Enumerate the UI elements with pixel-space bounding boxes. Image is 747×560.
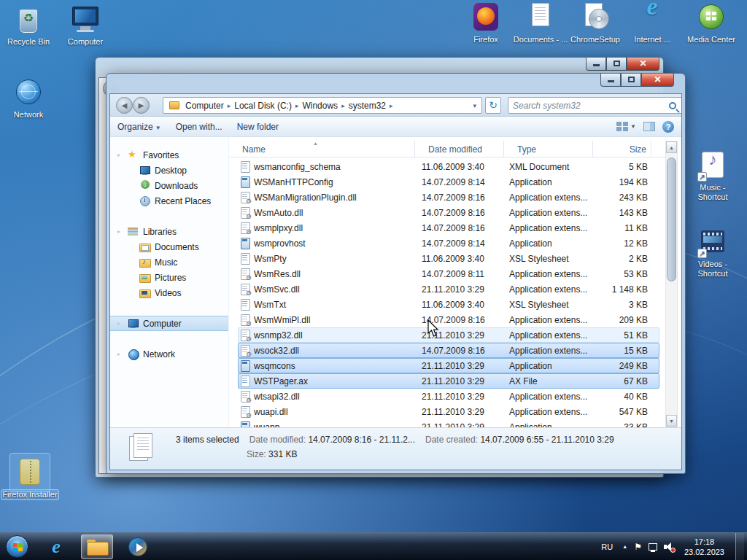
file-row-WsmWmiPl.dll[interactable]: ⚙ WsmWmiPl.dll 14.07.2009 8:16 Applicati… [238,312,659,327]
vertical-scrollbar[interactable]: ▲ ▼ [665,141,678,427]
close-button[interactable]: ✕ [641,74,674,87]
file-name: wsqmcons [254,361,295,371]
breadcrumb-item-windows[interactable]: Windows [299,101,341,111]
file-row-WsmSvc.dll[interactable]: ⚙ WsmSvc.dll 21.11.2010 3:29 Application… [238,281,659,297]
file-size: 40 KB [594,392,652,402]
maximize-button[interactable] [621,74,641,87]
preview-pane-button[interactable] [643,122,655,131]
file-type: Application [505,361,594,371]
desktop-icon-music-shortcut[interactable]: ♪↗ Music - Shortcut [684,149,741,202]
back-icon[interactable]: ◄ [116,97,133,114]
file-row-wsmprovhost[interactable]: wsmprovhost 14.07.2009 8:14 Application … [238,236,659,251]
file-row-WsmAuto.dll[interactable]: ⚙ WsmAuto.dll 14.07.2009 8:16 Applicatio… [238,205,659,220]
organize-button[interactable]: Organize▼ [110,119,169,135]
search-box[interactable]: Search system32 [508,97,682,114]
column-header-date-modified[interactable]: Date modified [415,141,504,157]
sidebar-item-desktop[interactable]: Desktop [110,163,228,178]
file-type-icon: ⚙ [240,330,250,341]
breadcrumb-item-computer[interactable]: Computer [182,101,227,111]
language-indicator[interactable]: RU [598,541,616,553]
desktop-icon-videos-shortcut[interactable]: ↗ Videos - Shortcut [684,226,741,279]
file-row-wsmplpxy.dll[interactable]: ⚙ wsmplpxy.dll 14.07.2009 8:16 Applicati… [238,220,659,236]
desktop-icon-media-center[interactable]: Media Center [683,1,740,44]
breadcrumb-item-system32[interactable]: system32 [346,101,389,111]
taskbar-explorer-button[interactable] [81,534,113,559]
scroll-up-icon[interactable]: ▲ [666,141,677,153]
explorer-window[interactable]: ✕ ◄ ► Computer▸Local Disk (C:)▸Windows▸s… [106,73,686,474]
file-row-wsock32.dll[interactable]: ⚙ wsock32.dll 14.07.2009 8:16 Applicatio… [238,343,659,358]
desktop-icon-network[interactable]: Network [0,77,57,120]
file-row-wsnmp32.dll[interactable]: ⚙ wsnmp32.dll 21.11.2010 3:29 Applicatio… [238,327,659,343]
desktop-icon-documents[interactable]: Documents - ... [512,1,569,44]
file-row-WSTPager.ax[interactable]: WSTPager.ax 21.11.2010 3:29 AX File 67 K… [238,373,659,389]
desktop-icon-firefox-installer[interactable]: Firefox Installer [1,456,58,499]
file-row-wtsapi32.dll[interactable]: ⚙ wtsapi32.dll 21.11.2010 3:29 Applicati… [238,389,659,404]
file-row-wsmanconfig_schema[interactable]: wsmanconfig_schema 11.06.2009 3:40 XML D… [238,159,659,174]
explorer-window-body: ◄ ► Computer▸Local Disk (C:)▸Windows▸sys… [109,93,682,470]
help-button[interactable]: ? [662,121,674,133]
refresh-button[interactable]: ↻ [485,97,501,114]
file-date-modified: 14.07.2009 8:16 [416,223,505,233]
start-button[interactable] [6,535,28,558]
desktop-icon-recycle-bin[interactable]: ♻ Recycle Bin [0,4,57,47]
show-hidden-icons-button[interactable]: ▲ [622,544,627,549]
background-window-caption-buttons: ✕ [586,58,659,71]
address-bar[interactable]: Computer▸Local Disk (C:)▸Windows▸system3… [163,97,482,114]
file-row-wuapi.dll[interactable]: ⚙ wuapi.dll 21.11.2010 3:29 Application … [238,404,659,419]
column-header-name[interactable]: Name▲ [229,141,415,157]
sidebar-item-label: Computer [143,319,182,329]
sidebar-item-music[interactable]: Music [110,254,228,270]
volume-icon[interactable] [664,542,673,551]
sidebar-item-computer[interactable]: Computer [110,316,228,331]
column-header-type[interactable]: Type [504,141,593,157]
clock[interactable]: 17:18 23.02.2023 [680,537,729,557]
file-row-wuapp[interactable]: wuapp 21.11.2010 3:29 Application 33 KB [238,419,659,427]
search-icon[interactable] [669,102,676,109]
maximize-button[interactable] [606,58,627,71]
sidebar-item-favorites[interactable]: Favorites [110,147,228,163]
file-row-WsmPty[interactable]: WsmPty 11.06.2009 3:40 XSL Stylesheet 2 … [238,251,659,266]
minimize-button[interactable] [600,74,621,87]
desktop-icon-computer[interactable]: Computer [57,4,114,47]
sidebar-item-pictures[interactable]: Pictures [110,270,228,285]
desktop-icon-chromesetup[interactable]: ChromeSetup [567,1,624,44]
search-input[interactable]: Search system32 [513,101,669,111]
desktop-icon-firefox[interactable]: Firefox [457,1,514,44]
file-rows: wsmanconfig_schema 11.06.2009 3:40 XML D… [229,159,665,427]
scroll-down-icon[interactable]: ▼ [666,415,677,427]
breadcrumb-item-local-disk-c-[interactable]: Local Disk (C:) [231,101,295,111]
chevron-down-icon[interactable]: ▾ [471,102,479,109]
network-status-icon[interactable] [649,543,657,551]
file-row-WSManMigrationPlugin.dll[interactable]: ⚙ WSManMigrationPlugin.dll 14.07.2009 8:… [238,190,659,205]
scrollbar-thumb[interactable] [667,158,676,281]
file-row-wsqmcons[interactable]: wsqmcons 21.11.2010 3:29 Application 249… [238,358,659,373]
file-row-WsmRes.dll[interactable]: ⚙ WsmRes.dll 14.07.2009 8:11 Application… [238,266,659,281]
breadcrumb-chevron-icon[interactable]: ▸ [389,102,394,109]
close-button[interactable]: ✕ [627,58,659,71]
open-with-button[interactable]: Open with... [169,119,230,135]
sidebar-item-network[interactable]: Network [110,346,228,362]
sidebar-item-documents[interactable]: Documents [110,239,228,254]
show-desktop-button[interactable] [735,533,744,560]
sidebar-item-libraries[interactable]: Libraries [110,224,228,239]
minimize-button[interactable] [586,58,606,71]
file-date-modified: 14.07.2009 8:16 [416,192,505,203]
desktop-icon-internet[interactable]: e Internet ... [624,1,681,44]
views-button[interactable]: ▼ [616,122,636,131]
forward-icon[interactable]: ► [133,97,150,114]
chevron-down-icon: ▼ [155,125,161,131]
new-folder-button[interactable]: New folder [230,119,286,135]
sidebar-item-downloads[interactable]: Downloads [110,178,228,193]
file-date-modified: 14.07.2009 8:11 [416,269,505,279]
taskbar-media-player-button[interactable] [122,534,154,559]
sidebar-item-videos[interactable]: Videos [110,285,228,300]
file-type: Application extens... [505,392,594,402]
taskbar-internet-explorer-button[interactable]: e [40,534,72,559]
sidebar-item-icon [128,150,139,160]
documents-icon [524,1,557,34]
action-center-icon[interactable]: ⚑ [634,542,642,552]
file-row-WSManHTTPConfig[interactable]: WSManHTTPConfig 14.07.2009 8:14 Applicat… [238,174,659,190]
sidebar-item-recent-places[interactable]: Recent Places [110,193,228,209]
column-header-size[interactable]: Size [593,141,651,157]
file-row-WsmTxt[interactable]: WsmTxt 11.06.2009 3:40 XSL Stylesheet 3 … [238,297,659,312]
